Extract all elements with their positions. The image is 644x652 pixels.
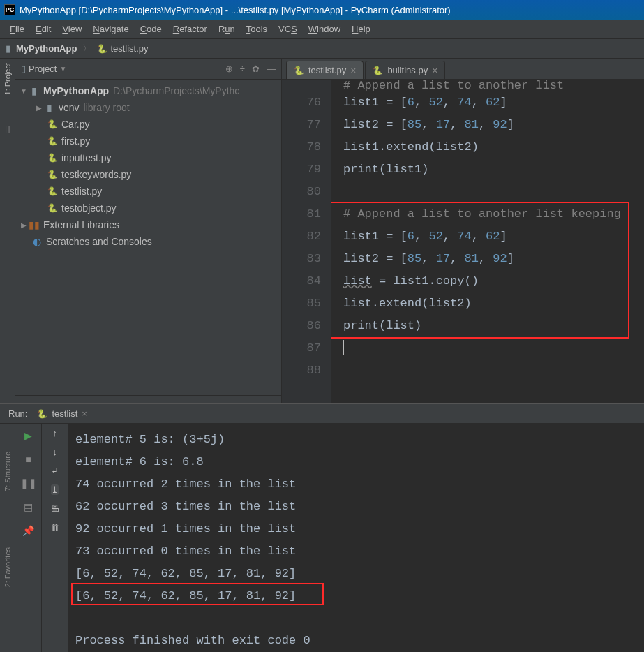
menu-code[interactable]: Code xyxy=(135,21,167,37)
project-tree[interactable]: ▼ ▮ MyPythonApp D:\PycharmProjects\MyPyt… xyxy=(15,80,281,253)
console-line: element# 6 is: 6.8 xyxy=(75,450,644,473)
python-file-icon: 🐍 xyxy=(46,119,59,129)
pin-icon[interactable]: 📌 xyxy=(21,523,36,538)
scroll-to-end-icon[interactable]: ⤓ xyxy=(51,484,59,495)
tree-file[interactable]: 🐍first.py xyxy=(15,133,281,149)
menu-refactor[interactable]: Refactor xyxy=(167,21,213,37)
tree-venv-label: venv xyxy=(59,102,80,113)
run-tab-label: testlist xyxy=(52,408,77,419)
folder-icon: ▮ xyxy=(43,102,56,113)
menu-tools[interactable]: Tools xyxy=(241,21,273,37)
tree-file[interactable]: 🐍testkeywords.py xyxy=(15,166,281,183)
project-view-icon: ▯ xyxy=(21,64,26,74)
left-toolwindow-tabs: 1: Project ▯ xyxy=(0,59,15,403)
run-body: 7: Structure 2: Favorites ▶ ■ ❚❚ ▤ 📌 ↑ ↓… xyxy=(0,424,644,652)
code-editor[interactable]: 76777879 80818283 84858687 88 # Append a… xyxy=(282,80,644,403)
run-panel: Run: 🐍 testlist × 7: Structure 2: Favori… xyxy=(0,403,644,652)
menu-file[interactable]: File xyxy=(4,21,30,37)
editor-tab-testlist[interactable]: 🐍 testlist.py × xyxy=(286,61,364,79)
rerun-icon[interactable]: ▶ xyxy=(21,428,36,443)
editor-tab-builtins[interactable]: 🐍 builtins.py × xyxy=(365,61,445,79)
console-line: 73 occurred 0 times in the list xyxy=(75,540,644,562)
horizontal-scrollbar[interactable] xyxy=(15,395,281,403)
app-icon: PC xyxy=(4,4,15,15)
python-file-icon: 🐍 xyxy=(46,136,59,146)
tab-favorites[interactable]: 2: Favorites xyxy=(3,547,12,587)
code-content[interactable]: # Append a list to another list list1 = … xyxy=(331,80,644,403)
console-line: 62 occurred 3 times in the list xyxy=(75,495,644,517)
python-file-icon: 🐍 xyxy=(373,66,383,75)
menu-edit[interactable]: Edit xyxy=(30,21,57,37)
chevron-down-icon[interactable]: ▼ xyxy=(20,87,28,95)
console-line: 92 occurred 1 times in the list xyxy=(75,517,644,540)
chevron-down-icon[interactable]: ▼ xyxy=(59,65,66,73)
editor-tab-label: testlist.py xyxy=(308,65,346,75)
code-line: # Append a list to another list keeping xyxy=(343,207,621,221)
target-icon[interactable]: ⊕ xyxy=(225,64,233,74)
menu-run[interactable]: Run xyxy=(213,21,241,37)
console-line: 74 occurred 2 times in the list xyxy=(75,473,644,495)
softwrap-icon[interactable]: ⤶ xyxy=(51,466,59,476)
tree-venv[interactable]: ▶ ▮ venv library root xyxy=(15,99,281,116)
console-line xyxy=(75,607,644,629)
run-toolbar-outer: ▶ ■ ❚❚ ▤ 📌 xyxy=(15,424,42,652)
pause-icon[interactable]: ❚❚ xyxy=(21,475,36,491)
tree-file-label: Car.py xyxy=(61,119,89,130)
library-icon: ▮▮ xyxy=(28,219,40,230)
collapse-icon[interactable]: ÷ xyxy=(240,64,245,74)
tab-project[interactable]: 1: Project xyxy=(3,63,12,95)
close-icon[interactable]: × xyxy=(432,65,437,76)
up-icon[interactable]: ↑ xyxy=(52,428,57,438)
tree-file-label: testobject.py xyxy=(61,202,117,214)
menu-view[interactable]: View xyxy=(57,21,87,37)
menu-help[interactable]: Help xyxy=(346,21,376,37)
tab-structure[interactable]: 7: Structure xyxy=(3,452,12,491)
hide-icon[interactable]: — xyxy=(267,64,276,74)
breadcrumb-project[interactable]: MyPythonApp xyxy=(16,43,77,54)
python-file-icon: 🐍 xyxy=(46,186,59,196)
python-file-icon: 🐍 xyxy=(97,44,107,54)
tree-file[interactable]: 🐍inputtest.py xyxy=(15,149,281,166)
gear-icon[interactable]: ✿ xyxy=(252,64,260,74)
main-split: 1: Project ▯ ▯ Project ▼ ⊕ ÷ ✿ — ▼ ▮ MyP… xyxy=(0,59,644,403)
chevron-right-icon[interactable]: ▶ xyxy=(20,221,28,229)
project-view-title[interactable]: Project xyxy=(29,64,57,74)
console-line: Process finished with exit code 0 xyxy=(75,629,644,651)
print-icon[interactable]: 🖶 xyxy=(50,503,59,514)
python-file-icon: 🐍 xyxy=(46,203,59,213)
tree-root[interactable]: ▼ ▮ MyPythonApp D:\PycharmProjects\MyPyt… xyxy=(15,82,281,99)
menu-navigate[interactable]: Navigate xyxy=(87,21,134,37)
breadcrumb-file[interactable]: testlist.py xyxy=(110,43,148,54)
scratch-icon: ◐ xyxy=(31,236,43,247)
close-icon[interactable]: × xyxy=(82,408,87,419)
console[interactable]: element# 5 is: (3+5j) element# 6 is: 6.8… xyxy=(68,424,644,652)
menu-bar: File Edit View Navigate Code Refactor Ru… xyxy=(0,20,644,39)
folder-tool-icon[interactable]: ▯ xyxy=(5,123,10,134)
trash-icon[interactable]: 🗑 xyxy=(50,522,59,533)
layout-icon[interactable]: ▤ xyxy=(21,499,36,514)
tree-file[interactable]: 🐍testlist.py xyxy=(15,183,281,200)
console-line: [6, 52, 74, 62, 85, 17, 81, 92] xyxy=(75,562,644,584)
chevron-right-icon[interactable]: ▶ xyxy=(35,104,43,112)
tree-external-libraries[interactable]: ▶ ▮▮ External Libraries xyxy=(15,216,281,233)
folder-icon: ▮ xyxy=(6,43,10,54)
editor-tabs: 🐍 testlist.py × 🐍 builtins.py × xyxy=(282,59,644,80)
menu-window[interactable]: Window xyxy=(303,21,346,37)
python-file-icon: 🐍 xyxy=(46,170,59,179)
down-icon[interactable]: ↓ xyxy=(52,447,57,457)
tree-file[interactable]: 🐍Car.py xyxy=(15,116,281,133)
breadcrumb: ▮ MyPythonApp 〉 🐍 testlist.py xyxy=(0,39,644,59)
tree-scratches[interactable]: ◐ Scratches and Consoles xyxy=(15,233,281,250)
tree-file-label: testlist.py xyxy=(61,186,102,197)
close-icon[interactable]: × xyxy=(350,65,356,76)
breadcrumb-sep: 〉 xyxy=(82,43,91,55)
tree-file-label: inputtest.py xyxy=(61,152,112,163)
run-tab[interactable]: 🐍 testlist × xyxy=(37,408,87,419)
menu-vcs[interactable]: VCS xyxy=(273,21,303,37)
tree-file[interactable]: 🐍testobject.py xyxy=(15,200,281,216)
left-toolwindow-tabs-bottom: 7: Structure 2: Favorites xyxy=(0,424,15,652)
window-titlebar: PC MyPythonApp [D:\PycharmProjects\MyPyt… xyxy=(0,0,644,20)
editor-tab-label: builtins.py xyxy=(387,65,428,75)
tree-venv-suffix: library root xyxy=(84,102,130,113)
stop-icon[interactable]: ■ xyxy=(21,452,36,467)
